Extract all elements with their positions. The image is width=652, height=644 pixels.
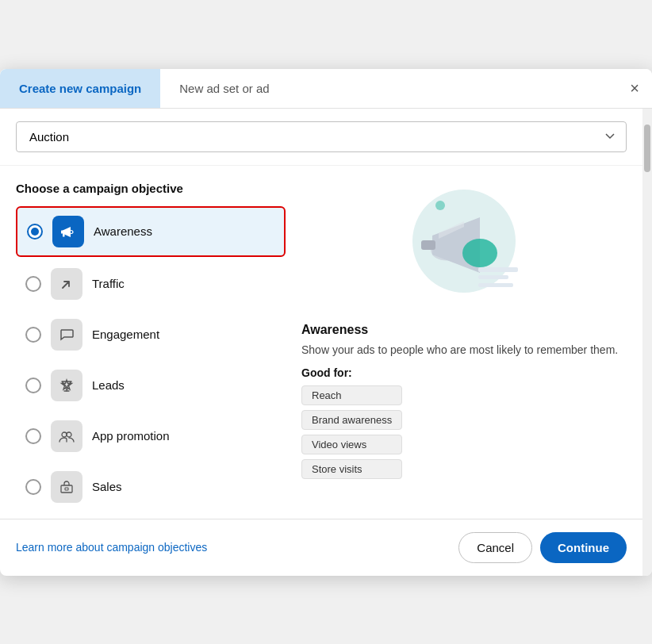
radio-app-promotion[interactable] [25, 428, 41, 444]
svg-point-15 [435, 201, 445, 210]
objective-item-awareness[interactable]: Awareness [16, 206, 286, 257]
close-button[interactable]: × [630, 80, 639, 96]
tag-store-visits: Store visits [301, 459, 402, 479]
modal-footer: Learn more about campaign objectives Can… [0, 519, 642, 576]
detail-title: Awareness [301, 323, 368, 337]
app-promotion-icon [51, 420, 82, 452]
svg-rect-12 [478, 267, 518, 272]
engagement-icon [51, 319, 82, 351]
svg-rect-10 [421, 240, 435, 250]
modal-dialog: Create new campaign New ad set or ad × A… [0, 69, 652, 576]
objective-item-sales[interactable]: Sales [16, 463, 286, 511]
tab-new-ad-set[interactable]: New ad set or ad [160, 69, 288, 108]
objective-label-app-promotion: App promotion [92, 429, 170, 443]
tab-create-campaign[interactable]: Create new campaign [0, 69, 160, 108]
main-content: Choose a campaign objective [0, 166, 642, 511]
tag-reach: Reach [301, 385, 402, 405]
good-for-label: Good for: [301, 366, 352, 379]
detail-description: Show your ads to people who are most lik… [301, 342, 618, 358]
objective-label-engagement: Engagement [92, 328, 159, 341]
awareness-icon [52, 216, 84, 247]
leads-icon [51, 370, 82, 401]
svg-point-11 [462, 239, 497, 267]
radio-traffic[interactable] [25, 276, 41, 292]
objective-label-leads: Leads [92, 378, 125, 392]
svg-rect-5 [65, 488, 68, 490]
learn-more-link[interactable]: Learn more about campaign objectives [16, 541, 207, 554]
modal-inner: Auction Fixed Choose a campaign objectiv… [0, 109, 652, 576]
svg-point-3 [67, 432, 71, 437]
objective-label-awareness: Awareness [94, 224, 152, 238]
radio-leads[interactable] [25, 378, 41, 393]
svg-point-2 [62, 432, 67, 437]
objective-label-traffic: Traffic [92, 277, 125, 290]
cancel-button[interactable]: Cancel [458, 532, 532, 563]
svg-rect-0 [61, 230, 63, 233]
radio-sales[interactable] [25, 479, 41, 495]
awareness-illustration [393, 182, 535, 309]
scroll-content: Auction Fixed Choose a campaign objectiv… [0, 109, 642, 576]
traffic-icon [51, 268, 82, 300]
svg-rect-13 [478, 275, 508, 279]
tag-brand-awareness: Brand awareness [301, 410, 402, 430]
right-panel: Awareness Show your ads to people who ar… [301, 182, 627, 511]
svg-rect-14 [478, 283, 513, 287]
objective-list: Awareness Traffic [16, 206, 286, 511]
radio-engagement[interactable] [25, 327, 41, 343]
continue-button[interactable]: Continue [540, 532, 627, 563]
left-panel: Choose a campaign objective [16, 182, 286, 511]
auction-dropdown[interactable]: Auction Fixed [16, 121, 627, 152]
radio-awareness[interactable] [27, 224, 43, 240]
svg-rect-1 [63, 233, 65, 236]
objective-item-traffic[interactable]: Traffic [16, 260, 286, 308]
dropdown-row: Auction Fixed [0, 109, 642, 166]
objective-label-sales: Sales [92, 480, 122, 493]
tags-row: Reach Brand awareness Video views Store … [301, 385, 402, 479]
objective-item-leads[interactable]: Leads [16, 362, 286, 409]
objective-item-app-promotion[interactable]: App promotion [16, 412, 286, 460]
section-title: Choose a campaign objective [16, 182, 286, 195]
sales-icon [51, 471, 82, 503]
svg-rect-4 [61, 485, 72, 493]
modal-header: Create new campaign New ad set or ad × [0, 69, 652, 109]
scrollbar[interactable] [642, 109, 652, 576]
footer-buttons: Cancel Continue [458, 532, 627, 563]
tag-video-views: Video views [301, 435, 402, 454]
scrollbar-thumb[interactable] [644, 125, 650, 172]
objective-item-engagement[interactable]: Engagement [16, 311, 286, 358]
